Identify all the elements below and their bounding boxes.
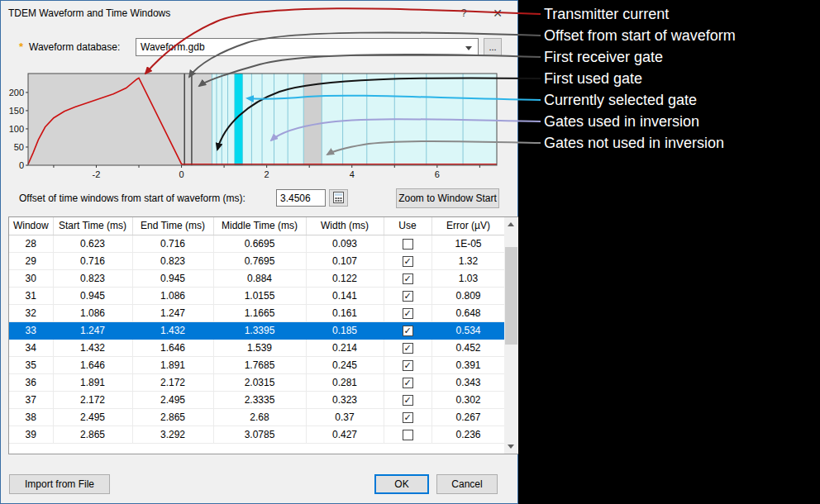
scrollbar-thumb[interactable]: [505, 247, 517, 345]
cell[interactable]: 39: [9, 426, 53, 443]
cell[interactable]: 1E-05: [431, 235, 505, 252]
browse-button[interactable]: ...: [484, 38, 502, 56]
use-cell[interactable]: ✓: [384, 304, 431, 321]
cell[interactable]: 1.247: [132, 304, 213, 321]
cell[interactable]: 1.432: [53, 339, 132, 356]
cell[interactable]: 38: [9, 408, 53, 426]
table-row[interactable]: 382.4952.8652.680.37✓0.267: [9, 408, 505, 426]
use-checkbox[interactable]: [403, 239, 413, 250]
cell[interactable]: 33: [9, 321, 53, 339]
cell[interactable]: 2.3335: [213, 391, 306, 408]
use-checkbox[interactable]: [403, 430, 413, 440]
cell[interactable]: 0.141: [306, 287, 384, 304]
cell[interactable]: 0.185: [306, 321, 384, 339]
table-row[interactable]: 290.7160.8230.76950.107✓1.32: [9, 252, 505, 269]
use-checkbox[interactable]: ✓: [403, 291, 413, 302]
cell[interactable]: 1.247: [53, 321, 132, 339]
use-cell[interactable]: ✓: [384, 269, 431, 287]
cell[interactable]: 1.03: [431, 269, 505, 287]
cell[interactable]: 2.172: [53, 391, 132, 408]
cell[interactable]: 2.865: [53, 426, 132, 443]
table-row[interactable]: 280.6230.7160.66950.0931E-05: [9, 235, 505, 252]
column-header[interactable]: Window: [9, 217, 53, 235]
use-cell[interactable]: ✓: [384, 339, 431, 356]
cell[interactable]: 30: [9, 269, 53, 287]
use-checkbox[interactable]: ✓: [403, 378, 413, 388]
use-cell[interactable]: ✓: [384, 391, 431, 408]
table-row[interactable]: 341.4321.6461.5390.214✓0.452: [9, 339, 505, 356]
cell[interactable]: 37: [9, 391, 53, 408]
cell[interactable]: 1.646: [53, 356, 132, 373]
cell[interactable]: 1.1665: [213, 304, 306, 321]
cell[interactable]: 1.32: [431, 252, 505, 269]
cell[interactable]: 0.427: [306, 426, 384, 443]
use-cell[interactable]: ✓: [384, 287, 431, 304]
cancel-button[interactable]: Cancel: [436, 474, 498, 494]
cell[interactable]: 0.343: [431, 373, 505, 391]
cell[interactable]: 1.891: [53, 373, 132, 391]
table-row[interactable]: 321.0861.2471.16650.161✓0.648: [9, 304, 505, 321]
cell[interactable]: 32: [9, 304, 53, 321]
cell[interactable]: 1.0155: [213, 287, 306, 304]
cell[interactable]: 34: [9, 339, 53, 356]
zoom-to-window-start-button[interactable]: Zoom to Window Start: [396, 188, 499, 208]
cell[interactable]: 0.452: [431, 339, 505, 356]
table-row[interactable]: 331.2471.4321.33950.185✓0.534: [9, 321, 505, 339]
use-checkbox[interactable]: ✓: [403, 360, 413, 371]
cell[interactable]: 0.623: [53, 235, 132, 252]
waveform-database-combobox[interactable]: Waveform.gdb: [136, 38, 479, 56]
use-checkbox[interactable]: ✓: [403, 412, 413, 423]
table-row[interactable]: 310.9451.0861.01550.141✓0.809: [9, 287, 505, 304]
use-cell[interactable]: ✓: [384, 321, 431, 339]
help-button[interactable]: ?: [450, 1, 478, 26]
cell[interactable]: 0.945: [132, 269, 213, 287]
table-row[interactable]: 361.8912.1722.03150.281✓0.343: [9, 373, 505, 391]
use-checkbox[interactable]: ✓: [403, 256, 413, 267]
cell[interactable]: 0.122: [306, 269, 384, 287]
cell[interactable]: 1.891: [132, 356, 213, 373]
use-cell[interactable]: ✓: [384, 373, 431, 391]
cell[interactable]: 0.391: [431, 356, 505, 373]
cell[interactable]: 0.823: [53, 269, 132, 287]
calculator-button[interactable]: [329, 189, 348, 207]
cell[interactable]: 1.3395: [213, 321, 306, 339]
cell[interactable]: 2.495: [132, 391, 213, 408]
cell[interactable]: 29: [9, 252, 53, 269]
scrollbar-down-button[interactable]: [504, 440, 518, 454]
cell[interactable]: 35: [9, 356, 53, 373]
use-cell[interactable]: ✓: [384, 408, 431, 426]
cell[interactable]: 0.37: [306, 408, 384, 426]
cell[interactable]: 1.086: [132, 287, 213, 304]
cell[interactable]: 0.281: [306, 373, 384, 391]
offset-input[interactable]: [276, 189, 326, 207]
use-checkbox[interactable]: ✓: [403, 273, 413, 284]
cell[interactable]: 2.495: [53, 408, 132, 426]
table-row[interactable]: 392.8653.2923.07850.4270.236: [9, 426, 505, 443]
cell[interactable]: 0.7695: [213, 252, 306, 269]
cell[interactable]: 0.236: [431, 426, 505, 443]
table-row[interactable]: 372.1722.4952.33350.323✓0.302: [9, 391, 505, 408]
cell[interactable]: 1.432: [132, 321, 213, 339]
cell[interactable]: 0.534: [431, 321, 505, 339]
cell[interactable]: 1.086: [53, 304, 132, 321]
cell[interactable]: 2.68: [213, 408, 306, 426]
ok-button[interactable]: OK: [374, 474, 429, 494]
column-header[interactable]: Middle Time (ms): [213, 217, 306, 235]
cell[interactable]: 0.809: [431, 287, 505, 304]
cell[interactable]: 1.7685: [213, 356, 306, 373]
cell[interactable]: 0.945: [53, 287, 132, 304]
waveform-chart[interactable]: -20246050100150200: [1, 69, 510, 181]
cell[interactable]: 0.214: [306, 339, 384, 356]
use-checkbox[interactable]: ✓: [403, 326, 413, 336]
use-cell[interactable]: ✓: [384, 356, 431, 373]
cell[interactable]: 2.172: [132, 373, 213, 391]
cell[interactable]: 0.107: [306, 252, 384, 269]
close-button[interactable]: ✕: [481, 1, 514, 26]
use-checkbox[interactable]: ✓: [403, 395, 413, 406]
cell[interactable]: 2.865: [132, 408, 213, 426]
cell[interactable]: 0.648: [431, 304, 505, 321]
cell[interactable]: 2.0315: [213, 373, 306, 391]
import-from-file-button[interactable]: Import from File: [9, 474, 110, 494]
cell[interactable]: 1.539: [213, 339, 306, 356]
cell[interactable]: 0.161: [306, 304, 384, 321]
